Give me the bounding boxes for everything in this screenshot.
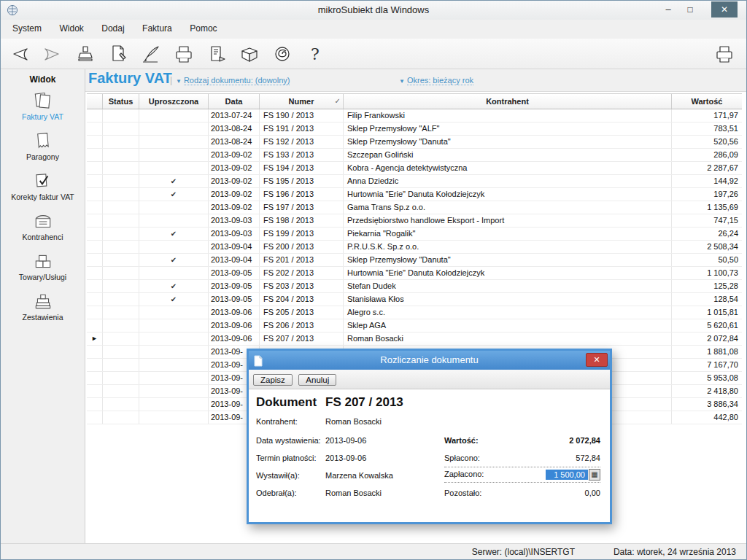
column-header-status[interactable]: Status	[103, 94, 139, 109]
amount-wartosc: Wartość: 2 072,84	[444, 436, 600, 445]
column-header-kontrahent[interactable]: Kontrahent	[344, 94, 672, 109]
numer-cell: FS 192 / 2013	[260, 136, 344, 148]
value-cell: 50,50	[672, 254, 742, 266]
dialog-close-icon[interactable]: ✕	[586, 353, 608, 367]
maximize-button[interactable]: □	[679, 1, 701, 18]
numer-cell: FS 199 / 2013	[260, 228, 344, 240]
package-icon[interactable]	[238, 42, 261, 66]
row-selector-cell	[87, 214, 103, 227]
numer-cell: FS 198 / 2013	[260, 214, 344, 227]
check-cell: ✔	[139, 254, 209, 266]
menu-system[interactable]: System	[5, 20, 49, 37]
send-icon[interactable]	[205, 42, 228, 66]
row-selector-cell	[87, 359, 103, 371]
table-row[interactable]: 2013-08-24FS 191 / 2013Sklep Przemysłowy…	[87, 122, 742, 136]
amount-value: 572,84	[576, 454, 600, 462]
check-cell	[139, 241, 209, 253]
column-header-numer[interactable]: Numer ✓	[260, 94, 344, 109]
field-value: Marzena Kowalska	[325, 471, 393, 480]
phone-icon[interactable]	[271, 42, 294, 66]
save-button[interactable]: Zapisz	[253, 374, 293, 386]
column-header-data[interactable]: Data	[209, 94, 260, 109]
column-header-wartosc[interactable]: Wartość	[672, 94, 742, 109]
stamp-icon[interactable]	[74, 42, 97, 66]
status-cell	[103, 214, 139, 227]
menu-widok[interactable]: Widok	[52, 20, 90, 37]
table-row[interactable]: 2013-09-04FS 200 / 2013P.R.U.S.K. Sp.z o…	[87, 241, 742, 254]
pen-icon[interactable]	[139, 42, 163, 66]
zaplacono-value[interactable]: 1 500,00	[546, 470, 588, 480]
sidebar-item-towary-uslugi[interactable]: Towary/Usługi	[1, 250, 85, 289]
row-selector-cell	[87, 306, 103, 319]
date-cell: 2013-09-02	[209, 188, 260, 201]
menu-pomoc[interactable]: Pomoc	[182, 20, 224, 37]
cancel-button[interactable]: Anuluj	[298, 374, 336, 386]
table-row[interactable]: 2013-09-06FS 205 / 2013Alegro s.c.1 015,…	[87, 306, 742, 319]
print-icon[interactable]	[172, 42, 196, 66]
status-cell	[103, 201, 139, 214]
table-row[interactable]: ✔2013-09-03FS 199 / 2013Piekarnia "Rogal…	[87, 228, 742, 241]
kontrahent-cell: Sklep AGA	[344, 319, 672, 332]
table-row[interactable]: 2013-09-05FS 202 / 2013Hurtownia "Erie" …	[87, 267, 742, 280]
table-row[interactable]: 2013-09-03FS 198 / 2013Przedsiębiorstwo …	[87, 214, 742, 228]
row-selector-cell	[87, 162, 103, 174]
table-row[interactable]: 2013-07-24FS 190 / 2013Filip Frankowski1…	[87, 109, 742, 122]
filter-rodzaj-dokumentu[interactable]: ▼Rodzaj dokumentu: (dowolny)	[176, 76, 290, 85]
calculator-icon[interactable]: ▦	[589, 469, 600, 481]
row-selector-cell	[87, 228, 103, 240]
numer-cell: FS 190 / 2013	[260, 109, 344, 122]
table-row[interactable]: ✔2013-09-02FS 195 / 2013Anna Dziedzic144…	[87, 175, 742, 188]
row-selector-cell	[87, 346, 103, 358]
amount-value: 2 072,84	[569, 436, 600, 445]
table-row[interactable]: 2013-09-02FS 197 / 2013Gama Trans Sp.z o…	[87, 201, 742, 214]
table-row[interactable]: ✔2013-09-04FS 201 / 2013Sklep Przemysłow…	[87, 254, 742, 267]
dialog-content: Dokument FS 207 / 2013 Kontrahent: Roman…	[249, 389, 610, 522]
check-cell: ✔	[139, 188, 209, 201]
table-row[interactable]: 2013-09-06FS 206 / 2013Sklep AGA5 620,61	[87, 319, 742, 332]
forward-icon[interactable]	[41, 42, 64, 66]
value-cell: 5 953,08	[672, 372, 742, 384]
back-icon[interactable]	[8, 42, 31, 66]
status-cell	[103, 254, 139, 266]
amount-label: Pozostało:	[444, 489, 481, 497]
table-row[interactable]: 2013-09-02FS 193 / 2013Szczepan Goliński…	[87, 149, 742, 162]
value-cell: 128,54	[672, 293, 742, 306]
row-selector-cell	[87, 372, 103, 384]
table-row[interactable]: 2013-09-02FS 194 / 2013Kobra - Agencja d…	[87, 162, 742, 175]
value-cell: 2 418,80	[672, 385, 742, 397]
minimize-button[interactable]: –	[657, 1, 679, 18]
filter-okres[interactable]: ▼Okres: bieżący rok	[399, 76, 473, 85]
sidebar-item-kontrahenci[interactable]: Kontrahenci	[1, 210, 85, 249]
table-row[interactable]: ✔2013-09-05FS 204 / 2013Stanisława Kłos1…	[87, 293, 742, 306]
zaplacono-input[interactable]: 1 500,00 ▦	[546, 469, 600, 481]
row-selector-cell	[87, 385, 103, 397]
table-row[interactable]: ✔2013-09-02FS 196 / 2013Hurtownia "Erie"…	[87, 188, 742, 201]
check-cell	[139, 398, 209, 411]
value-cell: 26,24	[672, 228, 742, 240]
dialog-title-bar[interactable]: Rozliczanie dokumentu ✕	[249, 351, 610, 370]
menu-faktura[interactable]: Faktura	[135, 20, 179, 37]
new-document-icon[interactable]	[107, 42, 130, 66]
table-row[interactable]: ✔2013-09-05FS 203 / 2013Stefan Dudek125,…	[87, 280, 742, 293]
sidebar-item-korekty-faktur-vat[interactable]: Korekty faktur VAT	[1, 170, 85, 209]
row-selector-cell	[87, 293, 103, 306]
sidebar-item-zestawienia[interactable]: Zestawienia	[1, 290, 85, 330]
table-row[interactable]: ►2013-09-06FS 207 / 2013Roman Bosacki2 0…	[87, 332, 742, 346]
help-icon[interactable]: ?	[303, 42, 327, 66]
filter-label: Rodzaj dokumentu: (dowolny)	[184, 76, 290, 85]
sidebar-item-faktury-vat[interactable]: Faktury VAT	[1, 90, 85, 129]
column-header-uproszczona[interactable]: Uproszczona	[139, 94, 209, 109]
menu-dodaj[interactable]: Dodaj	[94, 20, 131, 37]
date-cell: 2013-09-03	[209, 228, 260, 240]
numer-cell: FS 206 / 2013	[260, 319, 344, 332]
date-cell: 2013-09-02	[209, 149, 260, 161]
kontrahent-cell: Gama Trans Sp.z o.o.	[344, 201, 672, 214]
value-cell: 2 287,67	[672, 162, 742, 174]
sidebar-item-paragony[interactable]: Paragony	[1, 130, 85, 169]
close-button[interactable]: ✕	[711, 1, 738, 18]
field-label: Kontrahent:	[256, 417, 325, 426]
table-row[interactable]: 2013-08-24FS 192 / 2013Sklep Przemysłowy…	[87, 136, 742, 149]
field-odebral: Odebrał(a): Roman Bosacki	[256, 489, 438, 497]
print-preview-icon[interactable]	[713, 42, 736, 66]
chevron-down-icon: ▼	[399, 78, 405, 85]
